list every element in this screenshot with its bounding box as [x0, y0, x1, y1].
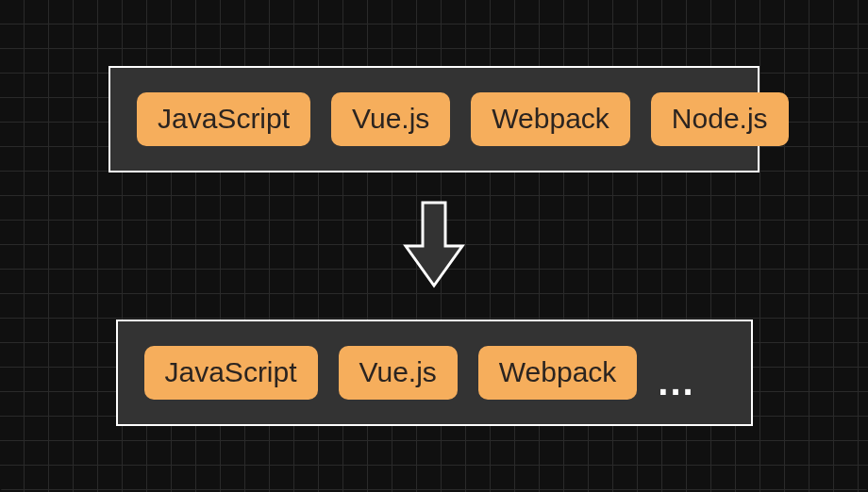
tag-item: Webpack: [478, 346, 638, 400]
tag-item: Vue.js: [339, 346, 458, 400]
diagram-stage: JavaScript Vue.js Webpack Node.js JavaSc…: [0, 0, 868, 492]
tag-item: JavaScript: [137, 92, 310, 146]
arrow-down-icon: [400, 199, 468, 293]
bottom-tag-panel: JavaScript Vue.js Webpack ...: [116, 320, 753, 426]
overflow-ellipsis: ...: [658, 355, 694, 391]
top-tag-panel: JavaScript Vue.js Webpack Node.js: [108, 66, 760, 172]
tag-item: Node.js: [651, 92, 789, 146]
tag-item: JavaScript: [144, 346, 318, 400]
tag-item: Webpack: [471, 92, 630, 146]
tag-item: Vue.js: [331, 92, 450, 146]
